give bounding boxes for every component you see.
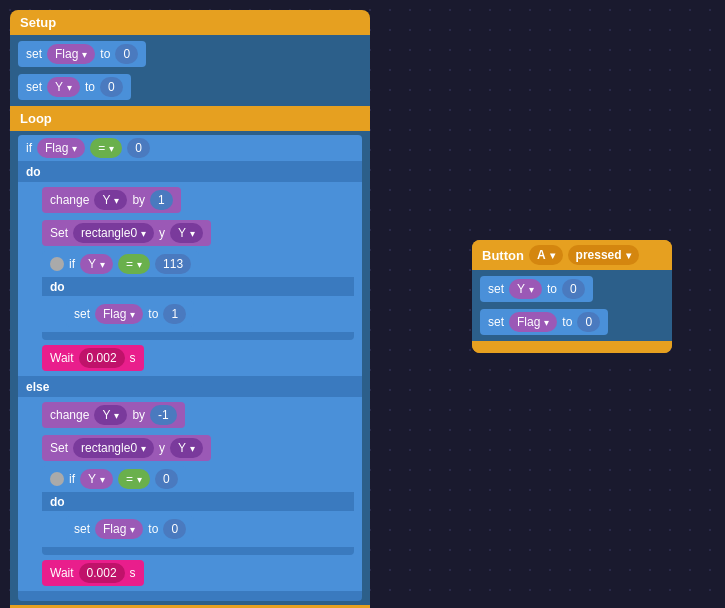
btn-set-y-row: set Y ▾ to 0 [480,274,664,304]
dec-val: -1 [150,405,177,425]
y-dropdown-1[interactable]: Y ▾ [47,77,80,97]
y-val-dropdown-1[interactable]: Y ▾ [170,223,203,243]
y-dropdown-change-2[interactable]: Y ▾ [94,405,127,425]
y-dropdown-change-1[interactable]: Y ▾ [94,190,127,210]
set-rect-row-2: Set rectangle0 ▾ y Y ▾ [42,433,354,463]
val-0-3: 0 [155,469,178,489]
setup-label: Setup [10,10,370,35]
set-rect-label-1: Set [50,226,68,240]
set-label-1: set [26,47,42,61]
if-label-2: if [69,257,75,271]
s-label-2: s [130,566,136,580]
if-block-outer: if Flag ▾ = ▾ 0 do [18,135,362,601]
change-label-2: change [50,408,89,422]
y-dropdown-inner-2[interactable]: Y ▾ [80,469,113,489]
button-block: Button A ▾ pressed ▾ set Y ▾ [472,240,672,353]
pressed-dropdown[interactable]: pressed ▾ [568,245,639,265]
flag-cond-dropdown[interactable]: Flag ▾ [37,138,85,158]
y-dropdown-inner-1[interactable]: Y ▾ [80,254,113,274]
set-flag-else-row: set Flag ▾ to 0 [66,514,346,544]
btn-y-dropdown[interactable]: Y ▾ [509,279,542,299]
time-val-2: 0.002 [79,563,125,583]
do-label-2: do [50,280,65,294]
change-y-row-2: change Y ▾ by -1 [42,400,354,430]
val-1: 1 [163,304,186,324]
gear-icon-1 [50,257,64,271]
eq-operator-1[interactable]: = ▾ [90,138,122,158]
change-label-1: change [50,193,89,207]
do-label-3: do [50,495,65,509]
set-label-else: set [74,522,90,536]
do-label-1: do [26,165,41,179]
button-label: Button [482,248,524,263]
y-prop-2: y [159,441,165,455]
val-0-else: 0 [163,519,186,539]
btn-val-0-1: 0 [562,279,585,299]
set-rect-label-2: Set [50,441,68,455]
to-label-inner: to [148,307,158,321]
rect-dropdown-2[interactable]: rectangle0 ▾ [73,438,154,458]
inc-val: 1 [150,190,173,210]
eq-operator-3[interactable]: = ▾ [118,469,150,489]
btn-set-label-1: set [488,282,504,296]
btn-set-label-2: set [488,315,504,329]
y-prop-1: y [159,226,165,240]
set-label-2: set [26,80,42,94]
by-label-1: by [132,193,145,207]
val-0-2: 0 [100,77,123,97]
eq-operator-2[interactable]: = ▾ [118,254,150,274]
by-label-2: by [132,408,145,422]
val-113: 113 [155,254,191,274]
s-label-1: s [130,351,136,365]
btn-set-flag-row: set Flag ▾ to 0 [480,307,664,337]
wait-label-2: Wait [50,566,74,580]
set-label-inner: set [74,307,90,321]
wait-row-2: Wait 0.002 s [42,558,354,588]
a-dropdown[interactable]: A ▾ [529,245,563,265]
if-label-1: if [26,141,32,155]
time-val-1: 0.002 [79,348,125,368]
flag-dropdown-else[interactable]: Flag ▾ [95,519,143,539]
to-label-1: to [100,47,110,61]
set-flag-inner-row: set Flag ▾ to 1 [66,299,346,329]
set-rect-row-1: Set rectangle0 ▾ y Y ▾ [42,218,354,248]
gear-icon-2 [50,472,64,486]
rect-dropdown-1[interactable]: rectangle0 ▾ [73,223,154,243]
else-label: else [26,380,49,394]
btn-flag-dropdown[interactable]: Flag ▾ [509,312,557,332]
if-block-inner-1: if Y ▾ = ▾ 113 [42,251,354,340]
wait-label-1: Wait [50,351,74,365]
if-block-inner-2: if Y ▾ = ▾ 0 [42,466,354,555]
btn-val-0-2: 0 [577,312,600,332]
if-label-3: if [69,472,75,486]
flag-dropdown-1[interactable]: Flag ▾ [47,44,95,64]
set-y-row: set Y ▾ to 0 [18,72,362,102]
wait-row-1: Wait 0.002 s [42,343,354,373]
to-label-else: to [148,522,158,536]
set-flag-row: set Flag ▾ to 0 [18,39,362,69]
y-val-dropdown-2[interactable]: Y ▾ [170,438,203,458]
main-program: Setup set Flag ▾ to 0 [10,10,370,608]
btn-to-label-1: to [547,282,557,296]
val-0-1: 0 [115,44,138,64]
btn-to-label-2: to [562,315,572,329]
loop-label: Loop [10,106,370,131]
flag-dropdown-inner[interactable]: Flag ▾ [95,304,143,324]
cond-val: 0 [127,138,150,158]
to-label-2: to [85,80,95,94]
change-y-row-1: change Y ▾ by 1 [42,185,354,215]
